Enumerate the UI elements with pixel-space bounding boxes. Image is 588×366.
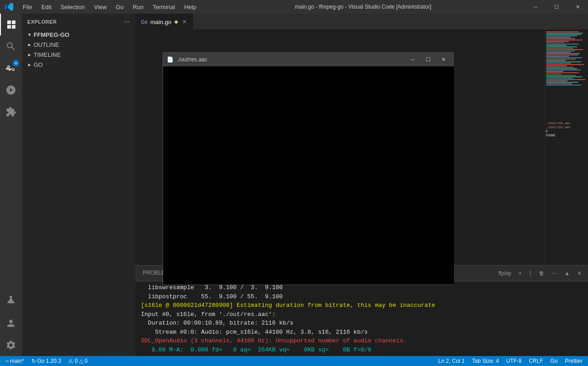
activity-bar: 4 <box>0 14 22 356</box>
status-right: Ln 2, Col 1 Tab Size: 4 UTF-8 CRLF Go Pr… <box>437 356 584 366</box>
maximize-button[interactable]: ☐ <box>546 0 567 14</box>
expand-arrow: ▼ <box>27 32 32 37</box>
terminal-line-2: [s16le @ 0000021d47280900] Estimating du… <box>141 301 583 310</box>
editor-area: Go main.go ● ✕ 📄 ./out/res.aac ─ ☐ ✕ <box>135 14 588 356</box>
warning-count: 0 <box>85 358 88 364</box>
main-container: 4 EX <box>0 14 588 356</box>
right-terminal-text: ./out/res.aac ./out/res.aac 0 FOUND <box>545 120 588 139</box>
media-player-title: ./out/res.aac <box>177 56 403 63</box>
sync-text: Go 1.20.3 <box>37 358 61 364</box>
minimize-button[interactable]: ─ <box>525 0 546 14</box>
menu-file[interactable]: File <box>18 0 37 14</box>
status-branch[interactable]: ⎃ main* <box>4 356 26 366</box>
menu-help[interactable]: Help <box>179 0 201 14</box>
status-errors[interactable]: ⚠ 0 △ 0 <box>66 356 89 366</box>
status-tab-size[interactable]: Tab Size: 4 <box>470 356 501 366</box>
menu-run[interactable]: Run <box>128 0 148 14</box>
split-terminal-button[interactable]: ∣ <box>526 269 534 277</box>
status-prettier[interactable]: Prettier <box>563 356 584 366</box>
minimap-panel: ./out/res.aac ./out/res.aac 0 FOUND <box>545 30 588 265</box>
activity-account[interactable] <box>0 312 22 334</box>
activity-explorer[interactable] <box>0 14 22 35</box>
title-bar-left: File Edit Selection View Go Run Terminal… <box>0 0 201 14</box>
outline-label: OUTLINE <box>34 41 59 48</box>
more-actions-icon[interactable]: ⋯ <box>124 18 130 25</box>
warning-icon: △ <box>79 358 83 364</box>
sidebar: EXPLORER ⋯ ▼ FFMPEG-GO ► OUTLINE ► TIMEL… <box>22 14 135 356</box>
tab-close-button[interactable]: ✕ <box>181 18 188 26</box>
error-count: 0 <box>75 358 78 364</box>
sync-icon: ↻ <box>31 358 36 364</box>
sidebar-item-ffmpeg-go[interactable]: ▼ FFMPEG-GO <box>22 30 135 40</box>
activity-run-debug[interactable] <box>0 79 22 101</box>
terminal-line-1: libpostproc 55. 9.100 / 55. 9.100 <box>141 292 583 301</box>
terminal-line-3: Input #0, s16le, from './out/res.aac': <box>141 310 583 319</box>
status-line-ending[interactable]: CRLF <box>527 356 545 366</box>
media-file-icon: 📄 <box>167 56 174 63</box>
error-icon: ⚠ <box>68 358 73 364</box>
media-player-screen <box>163 66 454 285</box>
activity-test[interactable] <box>0 289 22 311</box>
menu-terminal[interactable]: Terminal <box>148 0 179 14</box>
maximize-panel-button[interactable]: ▲ <box>562 269 573 277</box>
status-language[interactable]: Go <box>548 356 559 366</box>
menu-edit[interactable]: Edit <box>37 0 56 14</box>
window-controls: ─ ☐ ✕ <box>525 0 588 14</box>
close-button[interactable]: ✕ <box>567 0 588 14</box>
tab-bar: Go main.go ● ✕ <box>135 14 588 30</box>
window-title: main.go - ffmpeg-go - Visual Studio Code… <box>201 4 525 10</box>
new-terminal-button[interactable]: + <box>516 269 524 277</box>
go-file-icon: Go <box>141 19 148 25</box>
panel-controls: ffplay + ∣ 🗑 ⋯ ▲ ✕ <box>496 269 588 277</box>
ffmpeg-go-label: FFMPEG-GO <box>34 31 70 38</box>
menu-go[interactable]: Go <box>111 0 128 14</box>
activity-search[interactable] <box>0 35 22 57</box>
activity-extensions[interactable] <box>0 101 22 123</box>
kill-terminal-button[interactable]: 🗑 <box>536 269 547 277</box>
sidebar-header-actions: ⋯ <box>124 18 130 25</box>
sidebar-item-timeline[interactable]: ► TIMELINE <box>22 50 135 60</box>
terminal-content[interactable]: libswresample 3. 9.100 / 3. 9.100 libpos… <box>135 281 588 356</box>
tab-main-go[interactable]: Go main.go ● ✕ <box>135 14 193 30</box>
status-position[interactable]: Ln 2, Col 1 <box>437 356 467 366</box>
media-minimize-button[interactable]: ─ <box>407 54 419 65</box>
terminal-line-6: SDL_OpenAudio (3 channels, 44100 Hz): Un… <box>141 336 583 346</box>
branch-icon: ⎃ <box>5 358 9 364</box>
terminal-name-label[interactable]: ffplay <box>496 269 514 277</box>
branch-name: main* <box>10 358 24 364</box>
terminal-line-5: Stream #0:0: Audio: pcm_s16le, 44100 Hz,… <box>141 328 583 337</box>
vscode-logo <box>0 0 18 14</box>
media-player-window: 📄 ./out/res.aac ─ ☐ ✕ <box>163 52 453 285</box>
terminal-line-4: Duration: 00:00:10.89, bitrate: 2116 kb/… <box>141 319 583 328</box>
close-panel-button[interactable]: ✕ <box>574 269 584 277</box>
more-terminal-actions[interactable]: ⋯ <box>549 269 560 277</box>
timeline-label: TIMELINE <box>34 51 61 58</box>
expand-arrow-timeline: ► <box>27 52 32 57</box>
media-close-button[interactable]: ✕ <box>438 54 449 65</box>
sidebar-item-go[interactable]: ► GO <box>22 60 135 70</box>
menu-bar: File Edit Selection View Go Run Terminal… <box>18 0 201 14</box>
status-bar: ⎃ main* ↻ Go 1.20.3 ⚠ 0 △ 0 Ln 2, Col 1 … <box>0 356 588 366</box>
status-left: ⎃ main* ↻ Go 1.20.3 ⚠ 0 △ 0 <box>4 356 90 366</box>
media-restore-button[interactable]: ☐ <box>422 54 434 65</box>
source-control-badge: 4 <box>13 60 19 66</box>
media-player-titlebar: 📄 ./out/res.aac ─ ☐ ✕ <box>163 53 453 66</box>
expand-arrow-outline: ► <box>27 42 32 47</box>
status-encoding[interactable]: UTF-8 <box>504 356 523 366</box>
title-bar: File Edit Selection View Go Run Terminal… <box>0 0 588 14</box>
status-sync[interactable]: ↻ Go 1.20.3 <box>30 356 63 366</box>
terminal-line-7: 8.08 M-A: 0.000 fd= 0 aq= 264KB vq= 0KB … <box>141 346 583 355</box>
go-label: GO <box>34 61 43 68</box>
terminal-label: ffplay <box>498 270 511 276</box>
tab-modified-indicator: ● <box>174 18 179 26</box>
menu-view[interactable]: View <box>90 0 111 14</box>
sidebar-header: EXPLORER ⋯ <box>22 14 135 30</box>
sidebar-item-outline[interactable]: ► OUTLINE <box>22 40 135 50</box>
activity-settings[interactable] <box>0 334 22 356</box>
expand-arrow-go: ► <box>27 62 32 67</box>
minimap-content <box>545 30 588 87</box>
explorer-title: EXPLORER <box>27 19 57 25</box>
activity-source-control[interactable]: 4 <box>0 57 22 79</box>
menu-selection[interactable]: Selection <box>56 0 89 14</box>
tab-label: main.go <box>150 19 171 25</box>
